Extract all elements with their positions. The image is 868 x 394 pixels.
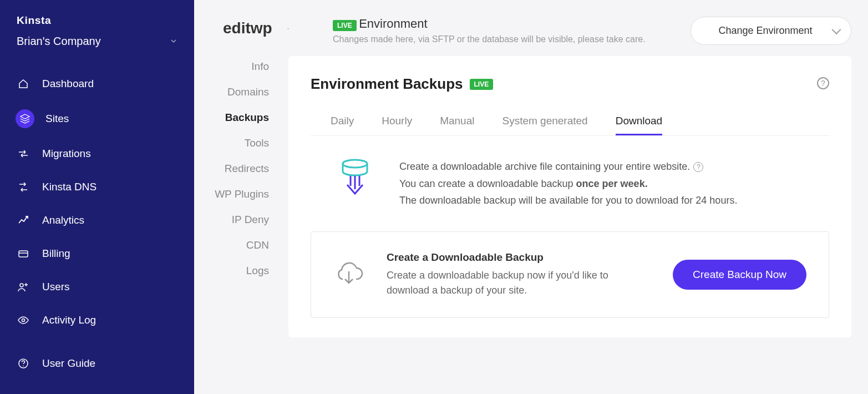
svg-point-4 (22, 319, 25, 322)
sidebar-item-label: Sites (45, 113, 69, 125)
svg-text:Kinsta: Kinsta (17, 14, 51, 26)
sidebar-item-activity-log[interactable]: Activity Log (0, 304, 194, 337)
sidebar-item-billing[interactable]: Billing (0, 237, 194, 270)
sidebar-item-label: Billing (42, 247, 70, 260)
eye-icon (16, 312, 31, 328)
subnav-item-redirects[interactable]: Redirects (194, 156, 288, 181)
dns-icon (16, 179, 31, 195)
stack-icon (16, 109, 34, 128)
main-sidebar: Kinsta Brian's Company Dashboard Sites M… (0, 0, 194, 394)
subnav-item-info[interactable]: Info (194, 54, 288, 79)
help-icon[interactable]: ? (693, 162, 703, 172)
site-name-label: editwp (223, 19, 272, 37)
tab-hourly[interactable]: Hourly (382, 108, 412, 135)
info-line2b: once per week. (576, 178, 648, 189)
help-icon[interactable]: ? (817, 77, 829, 89)
sidebar-item-migrations[interactable]: Migrations (0, 137, 194, 170)
svg-point-6 (23, 366, 24, 367)
environment-header: LIVE Environment Changes made here, via … (288, 17, 851, 56)
backups-card: Environment Backups LIVE ? Daily Hourly … (288, 56, 851, 337)
subnav-item-cdn[interactable]: CDN (194, 233, 288, 258)
subnav-item-backups[interactable]: Backups (194, 105, 288, 130)
sidebar-item-label: Dashboard (42, 78, 94, 90)
subnav-item-wp-plugins[interactable]: WP Plugins (194, 181, 288, 207)
sidebar-item-label: User Guide (42, 357, 95, 370)
create-backup-now-button[interactable]: Create Backup Now (673, 260, 806, 290)
live-badge: LIVE (470, 79, 494, 90)
sidebar-item-kinsta-dns[interactable]: Kinsta DNS (0, 170, 194, 204)
sidebar-item-label: Migrations (42, 148, 91, 160)
card-icon (16, 246, 31, 261)
info-line2a: You can create a downloadable backup (399, 178, 576, 189)
company-name: Brian's Company (17, 35, 101, 48)
create-backup-box: Create a Downloadable Backup Create a do… (311, 231, 829, 318)
sidebar-item-label: Activity Log (42, 314, 96, 326)
change-environment-button[interactable]: Change Environment (691, 17, 851, 45)
sidebar-item-dashboard[interactable]: Dashboard (0, 67, 194, 100)
sidebar-item-sites[interactable]: Sites (0, 100, 194, 137)
main-content: LIVE Environment Changes made here, via … (288, 0, 868, 394)
sidebar-item-label: Kinsta DNS (42, 181, 97, 193)
subnav-item-tools[interactable]: Tools (194, 130, 288, 156)
create-backup-title: Create a Downloadable Backup (387, 251, 651, 264)
home-icon (16, 76, 31, 92)
environment-title: Environment (359, 17, 428, 31)
subnav-item-logs[interactable]: Logs (194, 258, 288, 284)
sidebar-item-analytics[interactable]: Analytics (0, 204, 194, 237)
sidebar-item-users[interactable]: Users (0, 270, 194, 304)
sidebar-item-label: Users (42, 281, 70, 293)
help-icon (16, 356, 31, 371)
subnav-item-domains[interactable]: Domains (194, 79, 288, 105)
chevron-down-icon (170, 35, 177, 48)
card-title: Environment Backups (311, 75, 463, 93)
info-line1: Create a downloadable archive file conta… (399, 161, 690, 172)
svg-point-8 (343, 160, 367, 168)
backup-tabs: Daily Hourly Manual System generated Dow… (311, 108, 829, 136)
site-subnav: editwp Info Domains Backups Tools Redire… (194, 0, 288, 394)
svg-point-3 (20, 284, 23, 287)
sidebar-item-label: Analytics (42, 214, 84, 226)
database-download-icon (338, 158, 372, 199)
tab-system-generated[interactable]: System generated (502, 108, 587, 135)
environment-subtitle: Changes made here, via SFTP or the datab… (333, 34, 684, 44)
svg-rect-1 (19, 251, 28, 257)
cloud-download-icon (333, 261, 364, 288)
create-backup-desc: Create a downloadable backup now if you'… (387, 268, 620, 298)
tab-download[interactable]: Download (616, 108, 663, 135)
live-badge: LIVE (333, 20, 357, 31)
info-line3: The downloadable backup will be availabl… (399, 192, 737, 209)
tab-manual[interactable]: Manual (440, 108, 474, 135)
download-info: Create a downloadable archive file conta… (311, 158, 829, 231)
sidebar-item-user-guide[interactable]: User Guide (0, 347, 194, 380)
chart-icon (16, 213, 31, 228)
brand-logo: Kinsta (0, 14, 194, 35)
site-selector[interactable]: editwp (194, 19, 288, 54)
migrate-icon (16, 146, 31, 161)
subnav-item-ip-deny[interactable]: IP Deny (194, 207, 288, 233)
company-selector[interactable]: Brian's Company (0, 35, 194, 67)
users-icon (16, 279, 31, 295)
tab-daily[interactable]: Daily (331, 108, 354, 135)
